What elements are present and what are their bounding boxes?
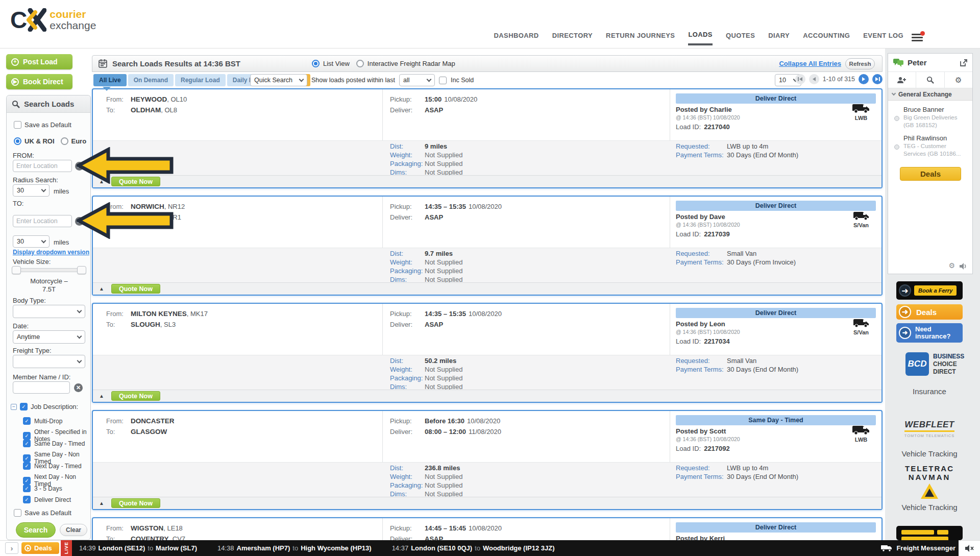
nav-quotes[interactable]: QUOTES: [726, 32, 755, 44]
ticker-item[interactable]: 14:37 London (SE10 0QJ) to Woodbridge (I…: [392, 544, 555, 552]
same-day-non-timed-checkbox[interactable]: ✓: [23, 454, 31, 462]
nav-directory[interactable]: DIRECTORY: [552, 32, 593, 44]
teletrac-navman-logo[interactable]: TELETRAC NAVMAN: [896, 464, 963, 499]
multi-drop-checkbox[interactable]: ✓: [23, 417, 31, 425]
prev-page-icon[interactable]: [809, 74, 819, 84]
nav-accounting[interactable]: ACCOUNTING: [803, 32, 850, 44]
search-button[interactable]: Search: [16, 522, 56, 538]
arrow-circle-icon: ➜: [899, 284, 911, 297]
refresh-button[interactable]: Refresh: [845, 58, 875, 69]
save-default2-row[interactable]: Save as Default: [14, 509, 71, 517]
euro-radio[interactable]: [61, 137, 68, 145]
job-option-row[interactable]: ✓Multi-Drop: [23, 417, 62, 425]
pickup-date: 10/08/2020: [444, 95, 477, 103]
quick-search-select[interactable]: Quick Search: [250, 74, 307, 86]
collapse-card-icon[interactable]: ▲: [99, 393, 104, 399]
freight-type-select[interactable]: [13, 355, 85, 368]
load-card[interactable]: From:HEYWOOD, OL10 To:OLDHAM, OL8 Pickup…: [92, 88, 883, 188]
radar-map-radio[interactable]: [356, 60, 364, 67]
post-load-button[interactable]: + Post Load: [6, 54, 72, 69]
mute-button[interactable]: [959, 540, 980, 556]
clear-button[interactable]: Clear: [60, 524, 87, 536]
next-day-timed-checkbox[interactable]: ✓: [23, 462, 31, 470]
posted-within-select[interactable]: all: [399, 74, 435, 86]
job-option-row[interactable]: ✓Next Day - Timed: [23, 462, 82, 470]
slider-handle-max[interactable]: [77, 266, 86, 274]
hamburger-menu-icon[interactable]: [912, 34, 923, 42]
radius-select[interactable]: 30: [13, 184, 50, 197]
ticker-item[interactable]: 14:39 London (SE12) to Marlow (SL7): [79, 544, 197, 552]
panel-gear-icon[interactable]: ⚙: [948, 261, 955, 270]
deals-button[interactable]: Deals: [900, 167, 961, 181]
nav-dashboard[interactable]: DASHBOARD: [494, 32, 539, 44]
quote-now-button[interactable]: Quote Now: [111, 498, 160, 508]
nav-event-log[interactable]: EVENT LOG: [863, 32, 903, 44]
partial-ad[interactable]: [896, 526, 963, 540]
quote-now-button[interactable]: Quote Now: [111, 391, 160, 401]
job-option-label: 3 - 5 Days: [34, 485, 62, 492]
uk-roi-radio[interactable]: [14, 137, 21, 145]
member-clear-icon[interactable]: ✕: [74, 383, 83, 392]
other-notes-checkbox[interactable]: ✓: [23, 432, 31, 440]
dropdown-version-link[interactable]: Display dropdown version: [13, 249, 89, 256]
date-select[interactable]: Anytime: [13, 330, 85, 344]
nav-loads[interactable]: LOADS: [688, 31, 713, 45]
slider-handle-min[interactable]: [12, 266, 21, 274]
load-card[interactable]: From:NORWICH, NR12 To:NORWICH, NR1 Picku…: [92, 196, 883, 296]
nav-diary[interactable]: DIARY: [768, 32, 790, 44]
ticker-expand-chevron[interactable]: ›: [5, 542, 18, 554]
popout-icon[interactable]: [960, 59, 967, 66]
tab-all-live[interactable]: All Live: [93, 74, 127, 86]
save-default2-checkbox[interactable]: [14, 509, 21, 517]
book-direct-button[interactable]: ▶ Book Direct: [6, 74, 72, 89]
quote-now-button[interactable]: Quote Now: [111, 284, 160, 294]
collapse-card-icon[interactable]: ▲: [99, 286, 104, 292]
list-view-radio[interactable]: [312, 60, 320, 67]
group-header[interactable]: General Exchange: [888, 88, 972, 101]
weight-label: Weight:: [390, 366, 425, 373]
messenger-settings-button[interactable]: ⚙: [945, 72, 972, 88]
body-type-select[interactable]: [13, 305, 85, 318]
load-card[interactable]: From:MILTON KEYNES, MK17 To:SLOUGH, SL3 …: [92, 303, 883, 403]
freight-messenger-button[interactable]: Freight Messenger: [881, 540, 955, 556]
collapse-minus-icon[interactable]: −: [11, 404, 17, 410]
to-location-input[interactable]: [13, 215, 72, 227]
nav-return-journeys[interactable]: RETURN JOURNEYS: [606, 32, 675, 44]
ticker-deals-button[interactable]: Deals: [21, 542, 59, 554]
save-default-checkbox[interactable]: [14, 121, 21, 129]
search-contacts-button[interactable]: [916, 72, 944, 88]
panel-sound-icon[interactable]: [960, 263, 967, 270]
tab-regular-load[interactable]: Regular Load: [175, 74, 226, 86]
member-name-input[interactable]: [13, 381, 70, 394]
load-card[interactable]: From:DONCASTER To:GLASGOW Pickup:Before …: [92, 410, 883, 510]
next-page-icon[interactable]: [859, 74, 869, 84]
tab-on-demand[interactable]: On Demand: [128, 74, 174, 86]
from-location-input[interactable]: [13, 160, 72, 172]
inc-sold-checkbox[interactable]: [439, 77, 447, 84]
ticker-time: 14:37: [392, 544, 409, 552]
add-contact-button[interactable]: [888, 72, 916, 88]
save-default-row[interactable]: Save as Default: [14, 121, 71, 129]
job-description-checkbox[interactable]: ✓: [20, 403, 28, 410]
load-id-value: 2217092: [704, 445, 730, 452]
collapse-all-link[interactable]: Collapse All Entries: [779, 60, 841, 67]
cx-logo[interactable]: C courier exchange: [10, 8, 96, 32]
deliver-direct-checkbox[interactable]: ✓: [23, 496, 31, 503]
3-5-days-checkbox[interactable]: ✓: [23, 485, 31, 492]
job-option-row[interactable]: ✓Deliver Direct: [23, 496, 71, 503]
deals-ad[interactable]: ➜ Deals: [896, 304, 963, 320]
bcd-logo[interactable]: BCD BUSINESS CHOICE DIRECT: [905, 352, 964, 376]
first-page-icon[interactable]: [795, 74, 805, 84]
collapse-card-icon[interactable]: ▲: [99, 500, 104, 506]
job-option-row[interactable]: ✓Same Day - Timed: [23, 440, 85, 447]
webfleet-logo[interactable]: WEBFLEET TOMTOM TELEMATICS: [896, 420, 963, 438]
same-day-timed-checkbox[interactable]: ✓: [23, 440, 31, 447]
job-option-row[interactable]: ✓3 - 5 Days: [23, 485, 62, 492]
to-radius-select[interactable]: 30: [13, 235, 50, 248]
navman-mark: NAVMAN: [896, 473, 963, 481]
need-insurance-ad[interactable]: ➜ Need insurance?: [896, 323, 963, 343]
ticker-item[interactable]: 14:38 Amersham (HP7) to High Wycombe (HP…: [217, 544, 372, 552]
book-a-ferry-ad[interactable]: ➜ Book a Ferry: [896, 281, 963, 300]
next-day-non-timed-checkbox[interactable]: ✓: [23, 477, 31, 485]
last-page-icon[interactable]: [872, 74, 883, 84]
